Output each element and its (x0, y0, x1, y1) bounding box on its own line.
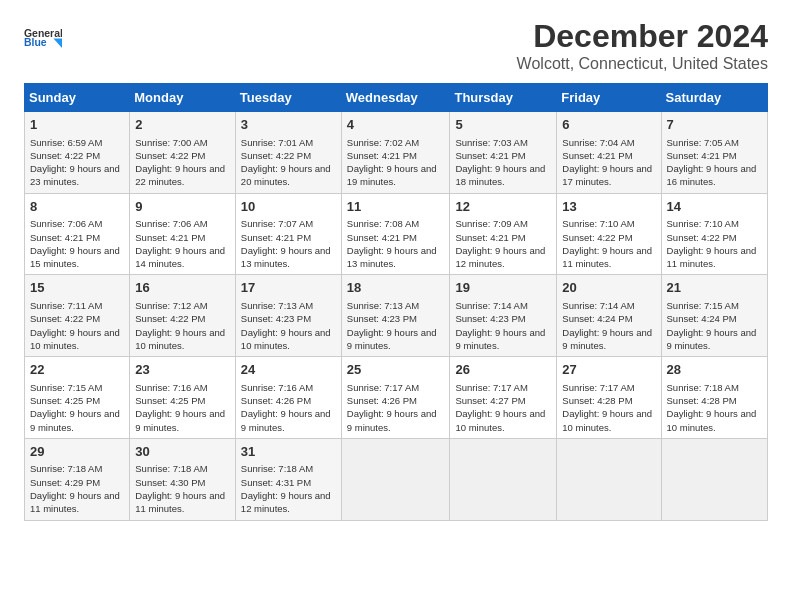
calendar-week-row: 15Sunrise: 7:11 AMSunset: 4:22 PMDayligh… (25, 275, 768, 357)
calendar-week-row: 29Sunrise: 7:18 AMSunset: 4:29 PMDayligh… (25, 438, 768, 520)
table-row: 16Sunrise: 7:12 AMSunset: 4:22 PMDayligh… (130, 275, 236, 357)
table-row: 2Sunrise: 7:00 AMSunset: 4:22 PMDaylight… (130, 112, 236, 194)
day-number: 5 (455, 116, 551, 134)
table-row: 1Sunrise: 6:59 AMSunset: 4:22 PMDaylight… (25, 112, 130, 194)
day-info: Sunrise: 7:15 AMSunset: 4:25 PMDaylight:… (30, 381, 124, 434)
table-row: 27Sunrise: 7:17 AMSunset: 4:28 PMDayligh… (557, 357, 661, 439)
day-number: 24 (241, 361, 336, 379)
calendar-week-row: 1Sunrise: 6:59 AMSunset: 4:22 PMDaylight… (25, 112, 768, 194)
day-info: Sunrise: 7:03 AMSunset: 4:21 PMDaylight:… (455, 136, 551, 189)
calendar-week-row: 8Sunrise: 7:06 AMSunset: 4:21 PMDaylight… (25, 193, 768, 275)
day-info: Sunrise: 7:14 AMSunset: 4:23 PMDaylight:… (455, 299, 551, 352)
table-row: 15Sunrise: 7:11 AMSunset: 4:22 PMDayligh… (25, 275, 130, 357)
day-number: 4 (347, 116, 445, 134)
day-number: 22 (30, 361, 124, 379)
day-info: Sunrise: 6:59 AMSunset: 4:22 PMDaylight:… (30, 136, 124, 189)
day-info: Sunrise: 7:06 AMSunset: 4:21 PMDaylight:… (30, 217, 124, 270)
calendar-week-row: 22Sunrise: 7:15 AMSunset: 4:25 PMDayligh… (25, 357, 768, 439)
title-section: December 2024 Wolcott, Connecticut, Unit… (517, 18, 768, 73)
day-info: Sunrise: 7:10 AMSunset: 4:22 PMDaylight:… (562, 217, 655, 270)
logo: General Blue (24, 18, 62, 60)
day-number: 6 (562, 116, 655, 134)
day-info: Sunrise: 7:17 AMSunset: 4:28 PMDaylight:… (562, 381, 655, 434)
main-title: December 2024 (517, 18, 768, 55)
day-number: 16 (135, 279, 230, 297)
day-info: Sunrise: 7:10 AMSunset: 4:22 PMDaylight:… (667, 217, 762, 270)
day-number: 3 (241, 116, 336, 134)
header-sunday: Sunday (25, 84, 130, 112)
day-number: 26 (455, 361, 551, 379)
header-thursday: Thursday (450, 84, 557, 112)
day-info: Sunrise: 7:16 AMSunset: 4:26 PMDaylight:… (241, 381, 336, 434)
table-row: 3Sunrise: 7:01 AMSunset: 4:22 PMDaylight… (235, 112, 341, 194)
day-number: 30 (135, 443, 230, 461)
day-number: 28 (667, 361, 762, 379)
day-number: 8 (30, 198, 124, 216)
table-row (450, 438, 557, 520)
day-info: Sunrise: 7:13 AMSunset: 4:23 PMDaylight:… (347, 299, 445, 352)
table-row: 30Sunrise: 7:18 AMSunset: 4:30 PMDayligh… (130, 438, 236, 520)
logo-svg: General Blue (24, 18, 62, 56)
day-info: Sunrise: 7:12 AMSunset: 4:22 PMDaylight:… (135, 299, 230, 352)
table-row: 31Sunrise: 7:18 AMSunset: 4:31 PMDayligh… (235, 438, 341, 520)
header-tuesday: Tuesday (235, 84, 341, 112)
day-number: 15 (30, 279, 124, 297)
day-info: Sunrise: 7:11 AMSunset: 4:22 PMDaylight:… (30, 299, 124, 352)
page: General Blue December 2024 Wolcott, Conn… (0, 0, 792, 533)
day-number: 17 (241, 279, 336, 297)
day-number: 10 (241, 198, 336, 216)
table-row: 29Sunrise: 7:18 AMSunset: 4:29 PMDayligh… (25, 438, 130, 520)
table-row: 12Sunrise: 7:09 AMSunset: 4:21 PMDayligh… (450, 193, 557, 275)
table-row (341, 438, 450, 520)
table-row: 19Sunrise: 7:14 AMSunset: 4:23 PMDayligh… (450, 275, 557, 357)
header-wednesday: Wednesday (341, 84, 450, 112)
table-row: 21Sunrise: 7:15 AMSunset: 4:24 PMDayligh… (661, 275, 767, 357)
day-info: Sunrise: 7:08 AMSunset: 4:21 PMDaylight:… (347, 217, 445, 270)
day-info: Sunrise: 7:05 AMSunset: 4:21 PMDaylight:… (667, 136, 762, 189)
day-number: 23 (135, 361, 230, 379)
day-info: Sunrise: 7:04 AMSunset: 4:21 PMDaylight:… (562, 136, 655, 189)
header-monday: Monday (130, 84, 236, 112)
day-number: 1 (30, 116, 124, 134)
day-number: 2 (135, 116, 230, 134)
day-info: Sunrise: 7:17 AMSunset: 4:27 PMDaylight:… (455, 381, 551, 434)
table-row: 24Sunrise: 7:16 AMSunset: 4:26 PMDayligh… (235, 357, 341, 439)
day-info: Sunrise: 7:15 AMSunset: 4:24 PMDaylight:… (667, 299, 762, 352)
header: General Blue December 2024 Wolcott, Conn… (24, 18, 768, 73)
day-info: Sunrise: 7:18 AMSunset: 4:28 PMDaylight:… (667, 381, 762, 434)
day-info: Sunrise: 7:18 AMSunset: 4:30 PMDaylight:… (135, 462, 230, 515)
table-row: 23Sunrise: 7:16 AMSunset: 4:25 PMDayligh… (130, 357, 236, 439)
table-row: 28Sunrise: 7:18 AMSunset: 4:28 PMDayligh… (661, 357, 767, 439)
table-row: 11Sunrise: 7:08 AMSunset: 4:21 PMDayligh… (341, 193, 450, 275)
day-info: Sunrise: 7:00 AMSunset: 4:22 PMDaylight:… (135, 136, 230, 189)
table-row: 22Sunrise: 7:15 AMSunset: 4:25 PMDayligh… (25, 357, 130, 439)
day-info: Sunrise: 7:16 AMSunset: 4:25 PMDaylight:… (135, 381, 230, 434)
day-info: Sunrise: 7:09 AMSunset: 4:21 PMDaylight:… (455, 217, 551, 270)
day-number: 7 (667, 116, 762, 134)
day-info: Sunrise: 7:07 AMSunset: 4:21 PMDaylight:… (241, 217, 336, 270)
table-row: 10Sunrise: 7:07 AMSunset: 4:21 PMDayligh… (235, 193, 341, 275)
table-row: 5Sunrise: 7:03 AMSunset: 4:21 PMDaylight… (450, 112, 557, 194)
day-number: 13 (562, 198, 655, 216)
day-number: 9 (135, 198, 230, 216)
table-row: 18Sunrise: 7:13 AMSunset: 4:23 PMDayligh… (341, 275, 450, 357)
table-row: 4Sunrise: 7:02 AMSunset: 4:21 PMDaylight… (341, 112, 450, 194)
table-row: 25Sunrise: 7:17 AMSunset: 4:26 PMDayligh… (341, 357, 450, 439)
table-row: 6Sunrise: 7:04 AMSunset: 4:21 PMDaylight… (557, 112, 661, 194)
day-number: 19 (455, 279, 551, 297)
day-info: Sunrise: 7:14 AMSunset: 4:24 PMDaylight:… (562, 299, 655, 352)
table-row (661, 438, 767, 520)
day-number: 27 (562, 361, 655, 379)
calendar-table: Sunday Monday Tuesday Wednesday Thursday… (24, 83, 768, 521)
subtitle: Wolcott, Connecticut, United States (517, 55, 768, 73)
table-row: 17Sunrise: 7:13 AMSunset: 4:23 PMDayligh… (235, 275, 341, 357)
day-number: 31 (241, 443, 336, 461)
day-info: Sunrise: 7:02 AMSunset: 4:21 PMDaylight:… (347, 136, 445, 189)
table-row: 13Sunrise: 7:10 AMSunset: 4:22 PMDayligh… (557, 193, 661, 275)
svg-text:Blue: Blue (24, 37, 47, 48)
table-row: 14Sunrise: 7:10 AMSunset: 4:22 PMDayligh… (661, 193, 767, 275)
day-number: 21 (667, 279, 762, 297)
day-number: 29 (30, 443, 124, 461)
table-row (557, 438, 661, 520)
day-number: 18 (347, 279, 445, 297)
